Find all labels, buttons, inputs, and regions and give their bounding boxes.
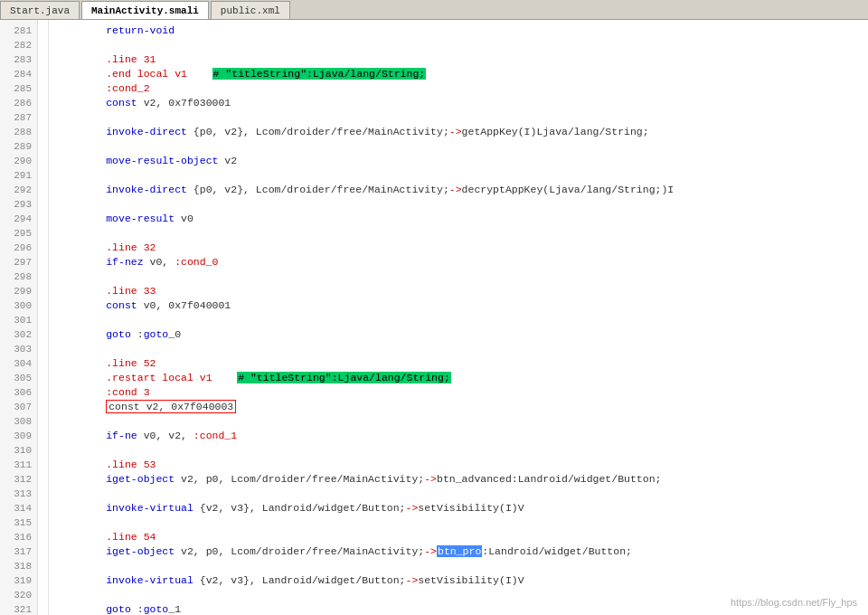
code-line[interactable]: iget-object v2, p0, Lcom/droider/free/Ma…	[49, 472, 868, 487]
code-line[interactable]	[49, 197, 868, 212]
code-line[interactable]	[49, 270, 868, 284]
code-line[interactable]: .restart local v1 # "titleString":Ljava/…	[49, 371, 868, 385]
gutter-row	[38, 602, 48, 615]
code-line[interactable]: if-ne v0, v2, :cond_1	[49, 429, 868, 443]
gutter-row	[38, 342, 48, 356]
gutter-row	[38, 183, 48, 197]
tab-public-xml[interactable]: public.xml	[211, 1, 290, 19]
line-number: 312	[0, 472, 37, 487]
gutter-row	[38, 110, 48, 125]
code-line[interactable]: const v2, 0x7f040003	[49, 400, 868, 414]
code-line[interactable]	[49, 226, 868, 241]
gutter-row	[38, 400, 48, 414]
code-line[interactable]	[49, 168, 868, 183]
line-number: 307	[0, 400, 37, 414]
code-line[interactable]: invoke-direct {p0, v2}, Lcom/droider/fre…	[49, 183, 868, 197]
code-line[interactable]	[49, 516, 868, 530]
code-line[interactable]: .line 31	[49, 52, 868, 67]
code-area: 2812822832842852862872882892902912922932…	[0, 20, 868, 615]
code-line[interactable]: return-void	[49, 24, 868, 38]
gutter-row	[38, 414, 48, 429]
gutter-row	[38, 38, 48, 52]
gutter-row	[38, 81, 48, 96]
gutter-row	[38, 429, 48, 443]
gutter-row	[38, 544, 48, 559]
gutter-row	[38, 516, 48, 530]
code-line[interactable]: invoke-virtual {v2, v3}, Landroid/widget…	[49, 573, 868, 588]
code-line[interactable]	[49, 559, 868, 573]
code-line[interactable]: invoke-direct {p0, v2}, Lcom/droider/fre…	[49, 125, 868, 139]
line-number: 288	[0, 125, 37, 139]
code-line[interactable]: iget-object v2, p0, Lcom/droider/free/Ma…	[49, 544, 868, 559]
line-number: 297	[0, 255, 37, 270]
code-line[interactable]: move-result-object v2	[49, 154, 868, 168]
gutter-row	[38, 270, 48, 284]
gutter-row	[38, 67, 48, 81]
tab-main-activity-smali[interactable]: MainActivity.smali	[81, 1, 209, 19]
code-line[interactable]: :cond_2	[49, 81, 868, 96]
code-line[interactable]: const v0, 0x7f040001	[49, 298, 868, 313]
code-lines[interactable]: return-void .line 31 .end local v1 # "ti…	[49, 20, 868, 615]
gutter-row	[38, 327, 48, 342]
gutter-row	[38, 96, 48, 110]
line-number: 314	[0, 501, 37, 516]
line-number: 309	[0, 429, 37, 443]
code-line[interactable]: const v2, 0x7f030001	[49, 96, 868, 110]
line-number: 300	[0, 298, 37, 313]
gutter-row	[38, 588, 48, 602]
line-number: 293	[0, 197, 37, 212]
code-line[interactable]: .line 54	[49, 530, 868, 544]
line-number: 319	[0, 573, 37, 588]
line-number: 316	[0, 530, 37, 544]
code-line[interactable]: .end local v1 # "titleString":Ljava/lang…	[49, 67, 868, 81]
line-number: 281	[0, 24, 37, 38]
line-number: 315	[0, 516, 37, 530]
line-number: 302	[0, 327, 37, 342]
gutter-row	[38, 52, 48, 67]
code-line[interactable]: .line 53	[49, 458, 868, 472]
code-line[interactable]: :cond 3	[49, 385, 868, 400]
code-line[interactable]: .line 33	[49, 284, 868, 298]
gutter-row	[38, 139, 48, 154]
tab-start-java[interactable]: Start.java	[0, 1, 80, 19]
line-number: 298	[0, 270, 37, 284]
tab-bar: Start.java MainActivity.smali public.xml	[0, 0, 868, 20]
line-number: 320	[0, 588, 37, 602]
gutter-row	[38, 385, 48, 400]
line-number: 296	[0, 241, 37, 255]
code-line[interactable]: invoke-virtual {v2, v3}, Landroid/widget…	[49, 501, 868, 516]
code-line[interactable]	[49, 139, 868, 154]
code-line[interactable]	[49, 342, 868, 356]
gutter-row	[38, 197, 48, 212]
code-line[interactable]: if-nez v0, :cond_0	[49, 255, 868, 270]
code-line[interactable]: goto :goto_0	[49, 327, 868, 342]
line-number: 303	[0, 342, 37, 356]
code-line[interactable]	[49, 414, 868, 429]
code-line[interactable]	[49, 487, 868, 501]
line-number: 291	[0, 168, 37, 183]
code-line[interactable]: move-result v0	[49, 212, 868, 226]
gutter-row	[38, 501, 48, 516]
code-line[interactable]	[49, 443, 868, 458]
code-line[interactable]: .line 32	[49, 241, 868, 255]
gutter-row	[38, 472, 48, 487]
line-number: 299	[0, 284, 37, 298]
gutter-row	[38, 458, 48, 472]
line-number: 318	[0, 559, 37, 573]
line-number: 294	[0, 212, 37, 226]
code-line[interactable]	[49, 110, 868, 125]
gutter-row	[38, 298, 48, 313]
line-number: 290	[0, 154, 37, 168]
line-number: 304	[0, 356, 37, 371]
code-line[interactable]: .line 52	[49, 356, 868, 371]
line-number: 289	[0, 139, 37, 154]
gutter-row	[38, 487, 48, 501]
code-line[interactable]	[49, 38, 868, 52]
line-number: 313	[0, 487, 37, 501]
gutter-row	[38, 443, 48, 458]
code-line[interactable]	[49, 313, 868, 327]
line-number: 286	[0, 96, 37, 110]
line-number: 287	[0, 110, 37, 125]
gutter-row	[38, 573, 48, 588]
line-number: 308	[0, 414, 37, 429]
